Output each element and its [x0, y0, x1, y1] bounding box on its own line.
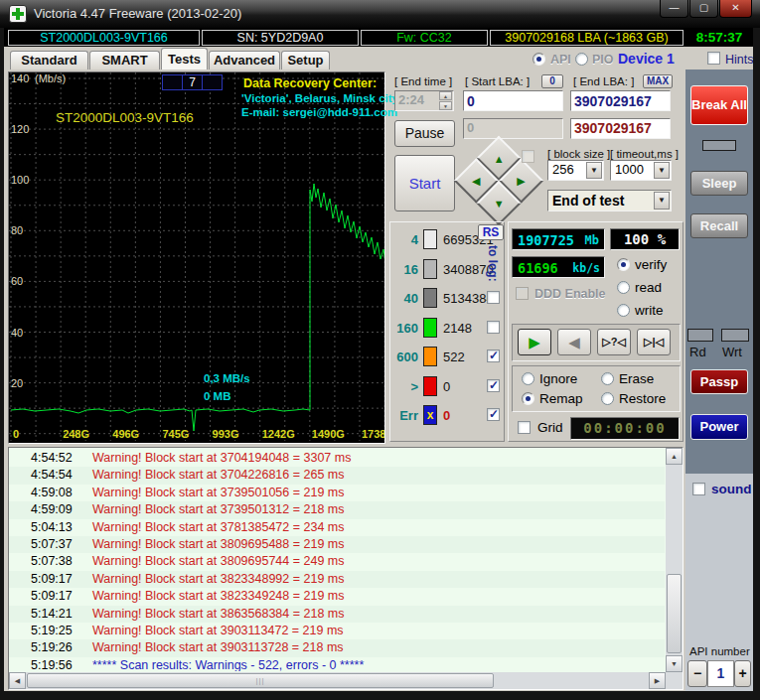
recall-button[interactable]: Recall	[690, 213, 748, 238]
grid-label: Grid	[537, 420, 563, 435]
remap-label: Remap	[539, 391, 583, 406]
tab-standard[interactable]: Standard	[10, 51, 88, 70]
pio-radio[interactable]	[575, 53, 588, 66]
rs-button[interactable]: RS	[478, 224, 504, 240]
latency-row: 1602148	[392, 315, 502, 344]
pause-button[interactable]: Pause	[394, 120, 455, 147]
graph-drive-label: ST2000DL003-9VT166	[56, 110, 194, 125]
log-message: Warning! Block start at 3704194048 = 330…	[92, 450, 351, 467]
spin-up-icon[interactable]: ▲	[439, 91, 452, 100]
svg-text:120: 120	[11, 123, 29, 135]
dpad-checkbox[interactable]	[522, 150, 534, 163]
end-time-value: 2:24	[398, 92, 424, 107]
latency-log-checkbox[interactable]	[487, 321, 500, 334]
minimize-button[interactable]: —	[660, 0, 688, 18]
scroll-right-icon[interactable]: ▶	[649, 672, 666, 689]
speed-graph: 14012010080604020(Mb/s)0248G496G745G993G…	[8, 71, 385, 444]
maximize-button[interactable]: ▢	[689, 0, 718, 18]
tab-setup[interactable]: Setup	[281, 51, 330, 70]
log-message: Warning! Block start at 3781385472 = 234…	[92, 519, 345, 536]
api-radio[interactable]	[532, 53, 545, 66]
latency-log-checkbox[interactable]	[487, 379, 500, 392]
latency-log-checkbox[interactable]	[487, 291, 500, 304]
restore-radio[interactable]	[601, 392, 614, 405]
play-forward-button[interactable]: ▶	[518, 329, 551, 355]
ignore-radio[interactable]	[522, 372, 534, 385]
pass-counter-cell	[202, 74, 223, 90]
cursor-pos-note: 0 MB	[204, 390, 230, 402]
play-icon: ▶	[529, 334, 540, 350]
break-all-button[interactable]: Break All	[690, 85, 748, 125]
pass-counter-cell	[162, 74, 183, 90]
victoria-window: Victoria 4.47 Freeware (2013-02-20) — ▢ …	[0, 0, 760, 700]
log-message: ***** Scan results: Warnings - 522, erro…	[92, 657, 364, 671]
h-scrollbar-thumb[interactable]: |||	[27, 673, 494, 688]
h-scrollbar-grip: |||	[255, 676, 264, 685]
hints-checkbox[interactable]	[707, 52, 720, 65]
end-lba-label: [ End LBA: ]	[573, 75, 634, 87]
latency-log-checkbox[interactable]	[487, 408, 500, 421]
tab-advanced[interactable]: Advanced	[209, 51, 280, 70]
log-message: Warning! Block start at 3903113728 = 218…	[92, 639, 344, 656]
dpad-down-icon: ▼	[494, 198, 505, 210]
h-scrollbar[interactable]: ◀ ||| ▶	[9, 672, 666, 689]
latency-color-block	[423, 259, 437, 279]
close-button[interactable]: ✕	[719, 0, 752, 18]
start-lba-input[interactable]	[463, 90, 563, 111]
end-time-spinner[interactable]: 2:24 ▲ ▼	[394, 90, 454, 111]
api-number-plus-button[interactable]: +	[734, 660, 751, 687]
window-title: Victoria 4.47 Freeware (2013-02-20)	[34, 6, 241, 21]
sound-label: sound	[711, 482, 752, 496]
remap-radio[interactable]	[522, 392, 534, 405]
end-action-value: End of test	[552, 193, 624, 209]
write-led	[721, 329, 749, 342]
write-label: write	[635, 303, 664, 318]
scroll-left-icon[interactable]: ◀	[9, 672, 26, 689]
svg-text:20: 20	[11, 377, 23, 389]
grid-checkbox[interactable]	[518, 421, 531, 434]
play-backward-button[interactable]: ◀	[557, 329, 591, 355]
block-size-select[interactable]: 256 ▼	[547, 160, 604, 181]
end-action-select[interactable]: End of test ▼	[547, 190, 672, 211]
start-button[interactable]: Start	[394, 155, 455, 211]
sleep-button[interactable]: Sleep	[690, 171, 748, 196]
chevron-down-icon[interactable]: ▼	[586, 162, 602, 179]
power-button[interactable]: Power	[690, 414, 748, 440]
passp-button[interactable]: Passp	[690, 369, 748, 394]
spin-down-icon[interactable]: ▼	[439, 101, 452, 110]
log-row: 5:14:21Warning! Block start at 386356838…	[9, 606, 665, 623]
log-row: 5:07:38Warning! Block start at 380969574…	[9, 553, 665, 570]
wrt-label: Wrt	[722, 345, 742, 359]
erase-radio[interactable]	[601, 372, 614, 385]
banner-line3: E-mail: sergei@hdd-911.com	[241, 106, 397, 118]
write-radio[interactable]	[617, 304, 630, 317]
latency-log-checkbox[interactable]	[487, 350, 500, 362]
scroll-down-icon[interactable]: ▼	[666, 655, 683, 672]
chevron-down-icon[interactable]: ▼	[654, 162, 670, 179]
read-radio[interactable]	[617, 281, 630, 294]
timeout-select[interactable]: 1000 ▼	[610, 160, 672, 181]
tab-smart[interactable]: SMART	[89, 51, 160, 70]
latency-row: Errx0	[392, 402, 502, 431]
end-lba-input[interactable]	[570, 90, 671, 111]
svg-text:60: 60	[11, 275, 23, 287]
api-number-minus-button[interactable]: −	[687, 660, 707, 687]
start-lba-zero-button[interactable]: 0	[541, 74, 563, 88]
sound-checkbox[interactable]	[692, 483, 705, 495]
random-scan-button[interactable]: ▷?◁	[597, 329, 631, 355]
tab-tests[interactable]: Tests	[161, 48, 208, 70]
v-scrollbar[interactable]: ▲ ▼	[666, 448, 683, 672]
chevron-down-icon[interactable]: ▼	[654, 192, 670, 210]
log-message: Warning! Block start at 3823349248 = 219…	[92, 588, 345, 605]
butterfly-scan-button[interactable]: ▷|◁	[637, 329, 671, 355]
log-row: 5:07:37Warning! Block start at 380969548…	[9, 536, 665, 553]
max-lba-button[interactable]: MAX	[643, 74, 673, 88]
verify-radio[interactable]	[617, 258, 630, 271]
speed-unit: kb/s	[572, 261, 600, 275]
v-scrollbar-thumb[interactable]	[667, 574, 682, 653]
latency-bucket-label: Err	[392, 408, 418, 423]
timeout-label: [ timeout,ms ]	[610, 148, 679, 160]
scroll-up-icon[interactable]: ▲	[666, 448, 683, 465]
latency-row: 405134384	[392, 285, 502, 314]
speed-lcd: 61696 kb/s	[512, 256, 605, 278]
